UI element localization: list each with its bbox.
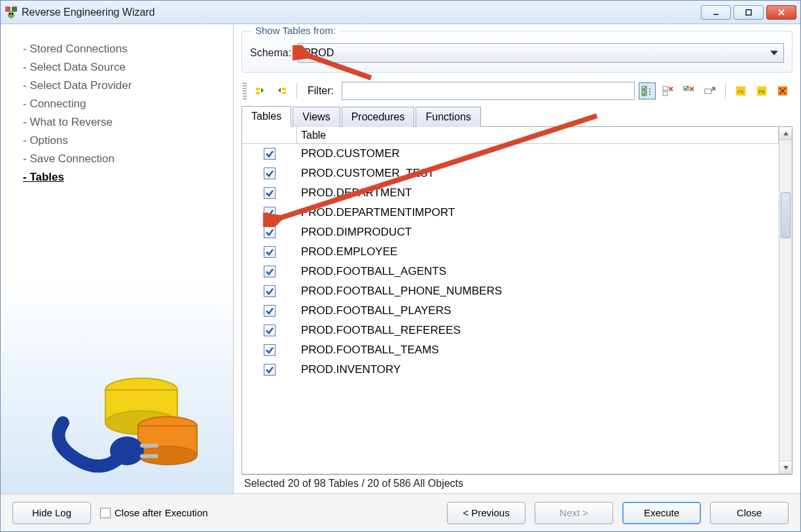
row-checkbox[interactable] bbox=[264, 344, 276, 356]
uncheck-all-icon[interactable] bbox=[660, 82, 677, 99]
pk-action-2-icon[interactable]: PK bbox=[753, 82, 770, 99]
wizard-window: Reverse Engineering Wizard - Stored Conn… bbox=[0, 0, 801, 532]
table-row[interactable]: PROD.FOOTBALL_AGENTS bbox=[242, 262, 779, 281]
vertical-scrollbar[interactable] bbox=[779, 127, 792, 474]
row-table-name: PROD.DIMPRODUCT bbox=[297, 226, 779, 239]
wizard-step[interactable]: - Save Connection bbox=[23, 150, 226, 168]
column-header-table[interactable]: Table bbox=[297, 127, 779, 143]
schema-select[interactable]: PROD bbox=[298, 43, 784, 63]
close-window-button[interactable] bbox=[766, 5, 796, 20]
pk-action-3-icon[interactable] bbox=[774, 82, 791, 99]
schema-label: Schema: bbox=[250, 47, 291, 59]
scroll-down-icon[interactable] bbox=[779, 461, 792, 474]
svg-rect-19 bbox=[256, 88, 260, 90]
row-checkbox[interactable] bbox=[264, 246, 276, 258]
titlebar: Reverse Engineering Wizard bbox=[1, 1, 800, 24]
check-filtered-icon[interactable] bbox=[681, 82, 698, 99]
checkbox-icon bbox=[100, 508, 111, 518]
filter-input[interactable] bbox=[342, 82, 635, 100]
wizard-step[interactable]: - What to Reverse bbox=[23, 113, 226, 132]
wizard-step[interactable]: - Tables bbox=[23, 168, 226, 186]
table-row[interactable]: PROD.FOOTBALL_TEAMS bbox=[242, 340, 779, 360]
svg-rect-29 bbox=[663, 92, 668, 96]
row-checkbox[interactable] bbox=[264, 305, 276, 317]
wizard-steps-sidebar: - Stored Connections- Select Data Source… bbox=[1, 24, 233, 493]
tab-functions[interactable]: Functions bbox=[416, 107, 480, 127]
table-row[interactable]: PROD.DEPARTMENT bbox=[242, 183, 779, 203]
close-button[interactable]: Close bbox=[710, 502, 789, 524]
row-table-name: PROD.FOOTBALL_REFEREES bbox=[297, 324, 779, 337]
row-table-name: PROD.FOOTBALL_PHONE_NUMBERS bbox=[297, 285, 779, 298]
maximize-button[interactable] bbox=[734, 5, 764, 20]
row-checkbox[interactable] bbox=[264, 266, 276, 277]
svg-rect-0 bbox=[5, 7, 10, 12]
row-checkbox[interactable] bbox=[264, 325, 276, 336]
table-rows: PROD.CUSTOMERPROD.CUSTOMER_TESTPROD.DEPA… bbox=[242, 144, 779, 474]
close-after-execution-checkbox[interactable]: Close after Execution bbox=[100, 507, 208, 518]
previous-button[interactable]: < Previous bbox=[447, 502, 525, 524]
row-checkbox[interactable] bbox=[264, 148, 276, 160]
svg-rect-17 bbox=[140, 454, 158, 458]
wizard-step[interactable]: - Options bbox=[23, 132, 226, 150]
pk-action-1-icon[interactable]: PK bbox=[732, 82, 749, 99]
deselect-all-schema-icon[interactable] bbox=[273, 82, 290, 99]
svg-rect-6 bbox=[746, 10, 751, 15]
tab-procedures[interactable]: Procedures bbox=[342, 107, 415, 127]
table-row[interactable]: PROD.CUSTOMER bbox=[242, 144, 779, 164]
svg-rect-21 bbox=[282, 88, 286, 90]
wizard-step[interactable]: - Connecting bbox=[23, 95, 226, 113]
groupbox-legend: Show Tables from: bbox=[251, 25, 340, 36]
row-table-name: PROD.CUSTOMER_TEST bbox=[297, 167, 779, 180]
window-title: Reverse Engineering Wizard bbox=[22, 7, 155, 18]
table-row[interactable]: PROD.FOOTBALL_PLAYERS bbox=[242, 301, 779, 321]
row-checkbox[interactable] bbox=[264, 364, 276, 376]
select-all-schema-icon[interactable] bbox=[252, 82, 269, 99]
uncheck-filtered-icon[interactable] bbox=[702, 82, 719, 99]
svg-text:PK: PK bbox=[738, 89, 745, 95]
svg-point-4 bbox=[12, 12, 13, 14]
row-checkbox[interactable] bbox=[264, 187, 276, 199]
filter-label: Filter: bbox=[308, 85, 334, 97]
tables-list-panel: Table PROD.CUSTOMERPROD.CUSTOMER_TESTPRO… bbox=[241, 127, 792, 474]
row-checkbox[interactable] bbox=[264, 207, 276, 219]
svg-point-3 bbox=[9, 12, 10, 14]
schema-value: PROD bbox=[304, 47, 334, 59]
table-row[interactable]: PROD.DIMPRODUCT bbox=[242, 222, 779, 242]
tab-views[interactable]: Views bbox=[293, 107, 340, 127]
wizard-step[interactable]: - Select Data Source bbox=[23, 58, 226, 77]
svg-rect-16 bbox=[140, 444, 158, 448]
table-row[interactable]: PROD.INVENTORY bbox=[242, 360, 779, 380]
column-header-row: Table bbox=[242, 127, 779, 144]
toolbar-grip bbox=[243, 82, 247, 99]
scroll-up-icon[interactable] bbox=[779, 127, 792, 140]
scroll-thumb[interactable] bbox=[781, 192, 791, 238]
table-row[interactable]: PROD.CUSTOMER_TEST bbox=[242, 164, 779, 183]
schema-groupbox: Show Tables from: Schema: PROD bbox=[241, 31, 792, 73]
svg-point-2 bbox=[8, 12, 14, 18]
table-row[interactable]: PROD.DEPARTMENTIMPORT bbox=[242, 203, 779, 222]
row-table-name: PROD.EMPLOYEE bbox=[297, 245, 779, 258]
hide-log-button[interactable]: Hide Log bbox=[12, 502, 91, 524]
row-checkbox[interactable] bbox=[264, 285, 276, 297]
svg-rect-20 bbox=[256, 92, 260, 94]
check-all-icon[interactable] bbox=[639, 82, 656, 99]
row-table-name: PROD.FOOTBALL_TEAMS bbox=[297, 344, 779, 357]
svg-point-26 bbox=[649, 91, 650, 92]
execute-button[interactable]: Execute bbox=[622, 502, 701, 524]
svg-rect-22 bbox=[282, 92, 286, 94]
selection-status: Selected 20 of 98 Tables / 20 of 586 All… bbox=[241, 474, 792, 493]
minimize-button[interactable] bbox=[701, 5, 731, 20]
row-table-name: PROD.DEPARTMENTIMPORT bbox=[297, 206, 779, 219]
table-row[interactable]: PROD.EMPLOYEE bbox=[242, 242, 779, 262]
wizard-step[interactable]: - Select Data Provider bbox=[23, 77, 226, 95]
next-button[interactable]: Next > bbox=[535, 502, 613, 524]
table-row[interactable]: PROD.FOOTBALL_PHONE_NUMBERS bbox=[242, 281, 779, 301]
tab-tables[interactable]: Tables bbox=[241, 106, 291, 127]
table-row[interactable]: PROD.FOOTBALL_REFEREES bbox=[242, 321, 779, 340]
row-checkbox[interactable] bbox=[264, 226, 276, 238]
svg-point-15 bbox=[110, 436, 144, 465]
svg-point-25 bbox=[649, 88, 650, 90]
row-checkbox[interactable] bbox=[264, 168, 276, 179]
main-panel: Show Tables from: Schema: PROD bbox=[233, 24, 800, 493]
wizard-step[interactable]: - Stored Connections bbox=[23, 40, 226, 58]
